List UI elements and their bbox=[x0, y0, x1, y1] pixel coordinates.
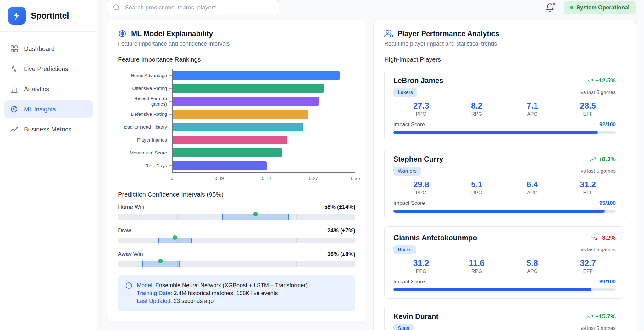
player-stat: 28.5EFF bbox=[560, 101, 616, 117]
player-stat: 32.7EFF bbox=[560, 259, 616, 274]
search-input[interactable] bbox=[107, 0, 279, 15]
player-card[interactable]: Stephen Curry+8.3%Warriorsvs last 5 game… bbox=[384, 148, 625, 220]
ci-track bbox=[118, 261, 355, 267]
player-card[interactable]: LeBron James+12.5%Lakersvs last 5 games2… bbox=[384, 69, 625, 141]
player-card[interactable]: Giannis Antetokounmpo-3.2%Bucksvs last 5… bbox=[384, 226, 625, 299]
confidence-intervals: Home Win58% (±14%)Draw24% (±7%)Away Win1… bbox=[118, 204, 355, 267]
info-icon bbox=[125, 282, 132, 289]
sidebar-item-label: Dashboard bbox=[24, 45, 55, 53]
player-trend: -3.2% bbox=[591, 233, 616, 242]
ml-explainability-panel: ML Model Explainability Feature importan… bbox=[107, 20, 366, 322]
feature-bar bbox=[173, 84, 324, 93]
panel-subtitle: Real-time player impact and statistical … bbox=[384, 41, 625, 47]
x-axis-tick-label: 0.18 bbox=[262, 176, 271, 181]
ci-gridline bbox=[296, 261, 297, 267]
brand[interactable]: SportIntel bbox=[0, 0, 97, 32]
impact-progress bbox=[393, 131, 616, 134]
ci-value: 24% (±7%) bbox=[327, 227, 355, 234]
x-axis-tick-label: 0.35 bbox=[351, 176, 360, 181]
feature-bar-track bbox=[172, 120, 355, 133]
feature-bar bbox=[173, 97, 319, 106]
ci-value: 58% (±14%) bbox=[324, 204, 355, 210]
feature-bar bbox=[173, 71, 340, 80]
sidebar-item-business-metrics[interactable]: Business Metrics bbox=[4, 120, 93, 138]
feature-bar-row: Player Injuries bbox=[118, 133, 355, 146]
ci-gridline bbox=[296, 214, 297, 220]
stat-value: 11.6 bbox=[449, 259, 505, 267]
feature-bar bbox=[173, 136, 287, 144]
stat-value: 28.5 bbox=[560, 101, 616, 110]
grid-icon bbox=[10, 45, 18, 53]
player-stat: 29.8PPG bbox=[393, 180, 449, 196]
feature-bar-row: Head-to-Head History bbox=[118, 120, 355, 133]
trending-up-icon bbox=[10, 125, 18, 133]
feature-bar-row: Momentum Score bbox=[118, 146, 355, 159]
sidebar-item-label: Analytics bbox=[24, 86, 49, 93]
sidebar-nav: Dashboard Live Predictions Analytics ML … bbox=[0, 32, 97, 146]
sidebar-item-dashboard[interactable]: Dashboard bbox=[4, 40, 93, 58]
trend-up-icon bbox=[586, 77, 593, 84]
notifications-button[interactable] bbox=[545, 3, 554, 12]
impact-score-value: 95/100 bbox=[599, 200, 616, 206]
impact-progress bbox=[393, 210, 616, 213]
sidebar-item-label: Business Metrics bbox=[24, 126, 71, 133]
feature-bar-label: Head-to-Head History bbox=[118, 120, 172, 133]
stat-value: 7.1 bbox=[505, 101, 560, 110]
feature-bar bbox=[173, 123, 303, 131]
stat-value: 8.2 bbox=[449, 101, 505, 110]
player-card[interactable]: Kevin Durant+15.7%Sunsvs last 5 games bbox=[384, 305, 625, 330]
feature-bar-label: Offensive Rating bbox=[118, 82, 172, 95]
x-axis-tick-label: 0.09 bbox=[214, 176, 224, 181]
player-name: Stephen Curry bbox=[393, 155, 443, 164]
sidebar-item-ml-insights[interactable]: ML Insights bbox=[4, 100, 93, 118]
panel-header: ML Model Explainability bbox=[118, 29, 355, 38]
feature-bar-track bbox=[172, 108, 355, 120]
feature-bar-row: Home Advantage bbox=[118, 69, 355, 82]
ci-track bbox=[118, 214, 355, 220]
status-dot-icon bbox=[570, 6, 573, 9]
trend-up-icon bbox=[590, 156, 596, 163]
brand-name: SportIntel bbox=[31, 11, 69, 21]
stat-value: 5.8 bbox=[505, 259, 560, 267]
ci-outcome-label: Home Win bbox=[118, 204, 144, 210]
team-badge: Suns bbox=[393, 324, 414, 330]
trend-note: vs last 5 games bbox=[581, 90, 616, 95]
confidence-interval-row: Draw24% (±7%) bbox=[118, 227, 355, 243]
player-stat: 6.4APG bbox=[505, 180, 560, 196]
stat-label: APG bbox=[505, 269, 560, 274]
player-name: Giannis Antetokounmpo bbox=[393, 233, 477, 242]
stat-value: 29.8 bbox=[393, 180, 449, 189]
player-stat: 11.6RPG bbox=[449, 259, 505, 274]
sidebar: SportIntel Dashboard Live Predictions An… bbox=[0, 0, 97, 330]
status-label: System Operational bbox=[576, 4, 630, 11]
trend-note: vs last 5 games bbox=[581, 326, 616, 330]
player-trend-value: +15.7% bbox=[595, 312, 616, 321]
team-badge: Warriors bbox=[393, 167, 421, 176]
ci-outcome-label: Away Win bbox=[118, 251, 143, 258]
feature-bar-label: Home Advantage bbox=[118, 69, 172, 82]
feature-bar-track bbox=[172, 146, 355, 159]
search-box bbox=[107, 0, 279, 15]
model-info-training: Training Data: 2.4M historical matches, … bbox=[137, 289, 308, 297]
feature-bar-label: Recent Form (5 games) bbox=[118, 95, 172, 108]
ci-track bbox=[118, 238, 355, 243]
stat-label: PPG bbox=[393, 269, 449, 274]
feature-bar-track bbox=[172, 69, 355, 82]
sidebar-item-analytics[interactable]: Analytics bbox=[4, 80, 93, 98]
brand-logo bbox=[8, 7, 26, 25]
impact-progress bbox=[393, 288, 616, 291]
player-stat: 31.2EFF bbox=[560, 180, 616, 196]
feature-bar-label: Defensive Rating bbox=[118, 108, 172, 120]
stat-label: EFF bbox=[560, 111, 616, 117]
feature-bar bbox=[173, 110, 308, 119]
feature-bar-track bbox=[172, 82, 355, 95]
sidebar-item-live-predictions[interactable]: Live Predictions bbox=[4, 60, 93, 78]
feature-bar-row: Defensive Rating bbox=[118, 108, 355, 120]
model-info-updated: Last Updated: 23 seconds ago bbox=[137, 297, 308, 305]
impact-progress-fill bbox=[393, 210, 605, 213]
trend-up-icon bbox=[586, 313, 593, 320]
system-status-badge: System Operational bbox=[564, 1, 636, 14]
notification-dot bbox=[552, 2, 556, 6]
chart-x-axis: 00.090.180.270.35 bbox=[118, 172, 355, 182]
model-info-lines: Model: Ensemble Neural Network (XGBoost … bbox=[137, 282, 308, 305]
